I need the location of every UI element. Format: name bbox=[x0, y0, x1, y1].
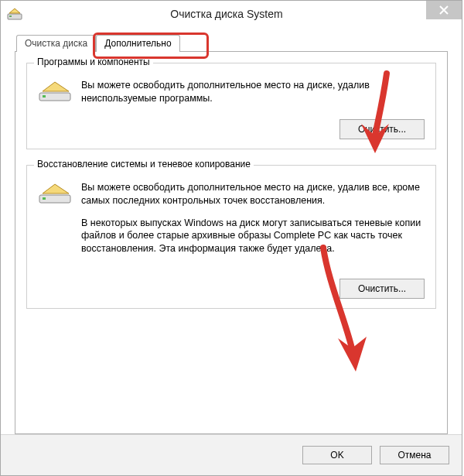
tabstrip: Очистка диска Дополнительно bbox=[15, 35, 448, 52]
close-icon bbox=[439, 5, 449, 15]
window-title: Очистка диска System bbox=[27, 8, 462, 20]
group-restore: Восстановление системы и теневое копиров… bbox=[26, 165, 436, 309]
tab-disk-cleanup[interactable]: Очистка диска bbox=[16, 35, 96, 52]
cancel-button[interactable]: Отмена bbox=[380, 446, 449, 464]
drive-icon bbox=[38, 181, 72, 206]
group-restore-legend: Восстановление системы и теневое копиров… bbox=[34, 159, 254, 170]
clean-restore-button[interactable]: Очистить... bbox=[339, 279, 425, 299]
clean-programs-button[interactable]: Очистить... bbox=[339, 119, 425, 139]
group-restore-text-1: Вы можете освободить дополнительное мест… bbox=[81, 181, 425, 207]
dialog-window: Очистка диска System Очистка диска Допол… bbox=[0, 0, 462, 476]
dialog-footer: OK Отмена bbox=[1, 434, 462, 475]
group-restore-text-2: В некоторых выпусках Windows на диск мог… bbox=[81, 217, 425, 256]
svg-rect-3 bbox=[43, 95, 46, 98]
close-button[interactable] bbox=[426, 1, 462, 19]
svg-rect-5 bbox=[43, 197, 46, 200]
tab-panel-additional: Программы и компоненты Вы можете освобод… bbox=[15, 51, 448, 434]
group-restore-description: Вы можете освободить дополнительное мест… bbox=[81, 181, 425, 265]
drive-icon bbox=[38, 79, 72, 104]
titlebar: Очистка диска System bbox=[1, 1, 462, 27]
disk-cleanup-icon bbox=[7, 6, 22, 22]
dialog-body: Очистка диска Дополнительно Программы и … bbox=[1, 27, 462, 434]
svg-rect-1 bbox=[9, 15, 12, 17]
tab-additional[interactable]: Дополнительно bbox=[96, 35, 179, 52]
ok-button[interactable]: OK bbox=[302, 446, 372, 464]
group-programs: Программы и компоненты Вы можете освобод… bbox=[26, 63, 436, 149]
group-programs-description: Вы можете освободить дополнительное мест… bbox=[81, 79, 425, 105]
group-programs-legend: Программы и компоненты bbox=[34, 57, 153, 67]
